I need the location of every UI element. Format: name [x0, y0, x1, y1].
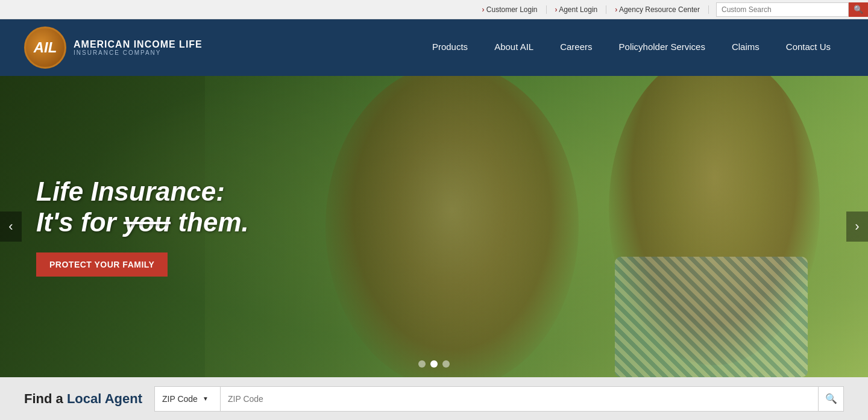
navbar: AIL AMERICAN INCOME LIFE insurance compa… [0, 19, 868, 76]
hero-dot-1[interactable] [418, 360, 426, 368]
agency-resource-link[interactable]: Agency Resource Center [606, 5, 709, 14]
logo-company-name: AMERICAN INCOME LIFE [74, 39, 203, 50]
agent-login-link[interactable]: Agent Login [547, 5, 607, 14]
hero-headline-line1: Life Insurance: [36, 177, 225, 206]
hero-headline: Life Insurance: It's for you them. [36, 177, 249, 237]
logo-icon: AIL [24, 27, 66, 69]
search-area: 🔍 [716, 2, 868, 17]
search-button[interactable]: 🔍 [849, 2, 868, 17]
hero-dot-3[interactable] [442, 360, 450, 368]
hero-next-button[interactable]: › [846, 212, 868, 242]
hero-content: Life Insurance: It's for you them. Prote… [0, 177, 249, 276]
logo-area: AIL AMERICAN INCOME LIFE insurance compa… [24, 27, 203, 69]
agent-label-bold: Local Agent [67, 391, 142, 406]
logo-abbreviation: AIL [34, 39, 57, 56]
customer-login-link[interactable]: Customer Login [473, 5, 546, 14]
hero-dots [418, 360, 450, 368]
utility-links: Customer Login Agent Login Agency Resour… [473, 5, 709, 14]
nav-policyholder[interactable]: Policyholder Services [606, 19, 719, 76]
zip-dropdown[interactable]: ZIP Code ▼ [154, 386, 221, 412]
hero-prev-button[interactable]: ‹ [0, 212, 22, 242]
nav-claims[interactable]: Claims [719, 19, 773, 76]
search-input[interactable] [716, 2, 849, 17]
agent-bar: Find a Local Agent ZIP Code ▼ 🔍 [0, 377, 868, 420]
nav-careers[interactable]: Careers [547, 19, 605, 76]
logo-company-text: AMERICAN INCOME LIFE insurance company [74, 39, 203, 57]
zip-search-button[interactable]: 🔍 [819, 386, 844, 412]
nav-contact[interactable]: Contact Us [773, 19, 844, 76]
hero-headline-line3: them. [171, 207, 249, 237]
nav-products[interactable]: Products [419, 19, 481, 76]
logo-company-sub: insurance company [74, 49, 203, 56]
agent-label: Find a Local Agent [24, 391, 142, 407]
hero-dot-2[interactable] [430, 360, 438, 368]
hero-section: ‹ Life Insurance: It's for you them. Pro… [0, 76, 868, 377]
zip-dropdown-label: ZIP Code [162, 394, 198, 404]
hero-headline-line2: It's for [36, 207, 124, 237]
utility-bar: Customer Login Agent Login Agency Resour… [0, 0, 868, 19]
hero-headline-strikethrough: you [124, 207, 171, 237]
chevron-down-icon: ▼ [203, 395, 209, 402]
agent-search-group: ZIP Code ▼ 🔍 [154, 386, 844, 412]
zip-input[interactable] [221, 386, 819, 412]
protect-family-button[interactable]: Protect Your Family [36, 252, 168, 277]
nav-about[interactable]: About AIL [481, 19, 547, 76]
nav-links: Products About AIL Careers Policyholder … [419, 19, 844, 76]
